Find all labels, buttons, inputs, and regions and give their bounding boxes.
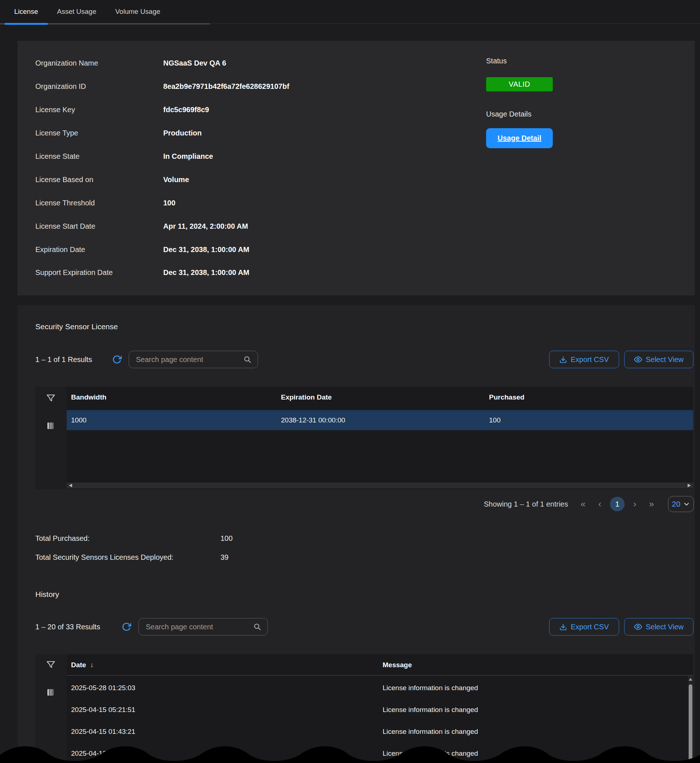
history-row[interactable]: 2025-04-12 02:00:07 License information … [35,742,688,763]
field-value: Dec 31, 2038, 1:00:00 AM [163,268,249,277]
page-size-value: 20 [672,500,680,509]
cell-date: 2025-04-15 05:21:51 [71,706,135,714]
eye-icon [634,623,642,631]
cell-message: License information is changed [383,728,478,736]
search-icon [243,355,252,364]
usage-detail-button-label: Usage Detail [497,134,541,142]
license-usage-panel: Security Sensor License 1 – 1 of 1 Resul… [17,305,695,763]
cell-date: 2025-05-28 01:25:03 [71,684,135,692]
chevron-down-icon [683,501,690,507]
tab-asset-usage[interactable]: Asset Usage [48,0,106,23]
tab-volume-usage-label: Volume Usage [115,8,160,16]
sensor-select-view-button[interactable]: Select View [624,351,694,368]
field-row: Organization ID8ea2b9e7971b42f6a72fe6286… [35,75,289,98]
sensor-table: Bandwidth Expiration Date Purchased 1000… [35,387,693,489]
next-page-icon[interactable]: › [627,499,643,509]
field-label: License Start Date [35,222,163,231]
history-col-date-label: Date [71,661,86,669]
history-select-view-label: Select View [646,623,684,631]
page-number-button[interactable]: 1 [610,497,625,511]
total-deployed-row: Total Security Sensors Licenses Deployed… [35,553,228,562]
field-value: Apr 11, 2024, 2:00:00 AM [163,222,248,231]
sensor-results-count: 1 – 1 of 1 Results [35,351,92,368]
field-row: License TypeProduction [35,122,289,145]
usage-detail-button[interactable]: Usage Detail [486,128,553,148]
scroll-up-arrow[interactable] [689,678,692,681]
tab-asset-usage-label: Asset Usage [57,8,97,16]
sensor-horizontal-scrollbar[interactable] [67,482,693,488]
field-value: 8ea2b9e7971b42f6a72fe628629107bf [163,82,289,90]
field-row: License StateIn Compliance [35,145,289,168]
status-label: Status [486,57,507,65]
sensor-toolbar: 1 – 1 of 1 Results Export CSV Select Vie… [35,351,694,368]
history-col-message[interactable]: Message [383,661,412,669]
sensor-col-bandwidth[interactable]: Bandwidth [71,393,106,401]
field-row: License Based onVolume [35,168,289,191]
history-row[interactable]: 2025-04-15 01:43:21 License information … [35,720,688,742]
field-label: Organization ID [35,82,163,90]
refresh-icon[interactable] [112,355,122,364]
history-select-view-button[interactable]: Select View [624,618,694,635]
sensor-table-row-selected[interactable]: 1000 2038-12-31 00:00:00 100 [67,410,693,430]
sensor-table-gutter [35,387,67,489]
filter-icon[interactable] [46,660,56,670]
total-purchased-label: Total Purchased: [35,534,220,543]
tab-volume-usage[interactable]: Volume Usage [106,0,170,23]
history-search-box [139,618,268,635]
scroll-left-arrow[interactable] [69,484,72,487]
sensor-export-csv-label: Export CSV [570,356,609,364]
first-page-icon[interactable]: « [575,499,591,509]
filter-icon[interactable] [46,393,56,403]
cell-purchased: 100 [489,416,501,424]
field-label: License Key [35,106,163,114]
tab-license-label: License [14,8,38,16]
history-row[interactable]: 2025-04-15 05:21:51 License information … [35,699,688,720]
sensor-col-expiration[interactable]: Expiration Date [281,393,331,401]
sensor-export-csv-button[interactable]: Export CSV [549,351,619,368]
page-size-select[interactable]: 20 [668,496,694,512]
sort-descending-icon[interactable]: ↓ [90,661,94,669]
prev-page-icon[interactable]: ‹ [591,499,608,509]
tab-bar: License Asset Usage Volume Usage [0,0,700,24]
tab-list: License Asset Usage Volume Usage [0,0,210,23]
field-label: Organization Name [35,59,163,67]
history-toolbar: 1 – 20 of 33 Results Export CSV Select V… [35,618,694,635]
field-label: License Based on [35,176,163,184]
usage-details-label: Usage Details [486,110,532,119]
history-vertical-scrollbar[interactable] [688,676,693,763]
last-page-icon[interactable]: » [643,499,660,509]
search-icon [253,623,262,631]
eye-icon [634,356,642,364]
status-badge: VALID [486,77,553,91]
history-export-csv-label: Export CSV [570,623,609,631]
field-row: License Keyfdc5c969f8c9 [35,98,289,122]
license-info-panel: Organization NameNGSaaS Dev QA 6 Organiz… [17,41,695,295]
tab-license[interactable]: License [5,0,48,23]
cell-message: License information is changed [383,706,478,714]
total-purchased-row: Total Purchased: 100 [35,534,233,543]
pagination-showing-text: Showing 1 – 1 of 1 entries [484,500,568,509]
field-label: License Type [35,129,163,137]
field-label: Expiration Date [35,245,163,254]
field-label: License Threshold [35,199,163,207]
sensor-col-purchased[interactable]: Purchased [489,393,524,401]
history-col-date[interactable]: Date ↓ [71,661,94,669]
cell-bandwidth: 1000 [71,416,86,424]
sensor-select-view-label: Select View [646,356,684,364]
cell-date: 2025-04-12 02:00:07 [71,749,135,758]
field-row: Support Expiration DateDec 31, 2038, 1:0… [35,261,289,284]
refresh-icon[interactable] [122,622,131,632]
sensor-pagination: Showing 1 – 1 of 1 entries « ‹ 1 › » 20 [484,495,694,513]
history-export-csv-button[interactable]: Export CSV [549,618,619,635]
history-search-input[interactable] [139,623,253,631]
history-table: Date ↓ Message 2025-05-28 01:25:03 Licen… [35,654,693,763]
history-row[interactable]: 2025-05-28 01:25:03 License information … [35,677,688,699]
total-deployed-label: Total Security Sensors Licenses Deployed… [35,553,220,562]
scroll-right-arrow[interactable] [688,484,691,487]
columns-icon[interactable] [46,421,55,430]
sensor-search-input[interactable] [129,356,243,364]
history-results-count: 1 – 20 of 33 Results [35,618,100,635]
license-fields: Organization NameNGSaaS Dev QA 6 Organiz… [35,52,289,284]
field-value: 100 [163,199,175,207]
scrollbar-thumb[interactable] [689,684,692,763]
